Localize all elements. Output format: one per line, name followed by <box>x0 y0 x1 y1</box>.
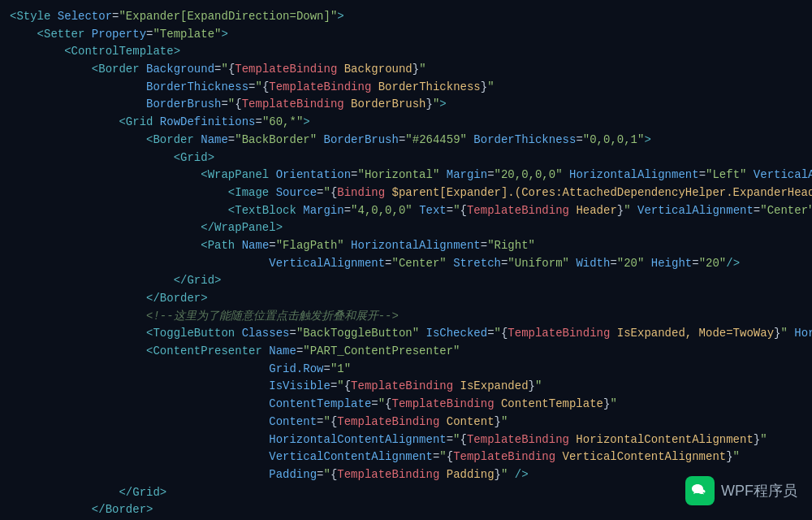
code-line-12: <TextBlock Margin="4,0,0,0" Text="{Templ… <box>0 202 812 220</box>
code-line-17: </Border> <box>0 290 812 308</box>
code-line-2: <Setter Property="Template"> <box>0 26 812 44</box>
code-line-21: Grid.Row="1" <box>0 361 812 379</box>
code-line-8: <Border Name="BackBorder" BorderBrush="#… <box>0 132 812 150</box>
code-line-25: HorizontalContentAlignment="{TemplateBin… <box>0 431 812 449</box>
code-line-15: VerticalAlignment="Center" Stretch="Unif… <box>0 255 812 273</box>
code-line-6: BorderBrush="{TemplateBinding BorderBrus… <box>0 96 812 114</box>
code-line-14: <Path Name="FlagPath" HorizontalAlignmen… <box>0 237 812 255</box>
code-line-5: BorderThickness="{TemplateBinding Border… <box>0 79 812 97</box>
code-line-23: ContentTemplate="{TemplateBinding Conten… <box>0 396 812 414</box>
code-line-18: <!--这里为了能随意位置点击触发折叠和展开--> <box>0 308 812 326</box>
code-line-4: <Border Background="{TemplateBinding Bac… <box>0 61 812 79</box>
code-line-3: <ControlTemplate> <box>0 43 812 61</box>
code-line-11: <Image Source="{Binding $parent[Expander… <box>0 184 812 202</box>
code-line-22: IsVisible="{TemplateBinding IsExpanded}" <box>0 378 812 396</box>
code-line-20: <ContentPresenter Name="PART_ContentPres… <box>0 343 812 361</box>
code-line-9: <Grid> <box>0 150 812 167</box>
code-editor: <Style Selector="Expander[ExpandDirectio… <box>0 0 812 520</box>
code-line-19: <ToggleButton Classes="BackToggleButton"… <box>0 325 812 343</box>
code-line-10: <WrapPanel Orientation="Horizontal" Marg… <box>0 167 812 184</box>
code-line-7: <Grid RowDefinitions="60,*"> <box>0 114 812 132</box>
watermark: WPF程序员 <box>685 476 797 505</box>
code-line-1: <Style Selector="Expander[ExpandDirectio… <box>0 8 812 26</box>
code-line-16: </Grid> <box>0 272 812 290</box>
code-line-13: </WrapPanel> <box>0 219 812 237</box>
code-line-26: VerticalContentAlignment="{TemplateBindi… <box>0 448 812 466</box>
wechat-icon <box>685 476 715 505</box>
code-line-24: Content="{TemplateBinding Content}" <box>0 414 812 431</box>
watermark-text: WPF程序员 <box>721 481 797 500</box>
